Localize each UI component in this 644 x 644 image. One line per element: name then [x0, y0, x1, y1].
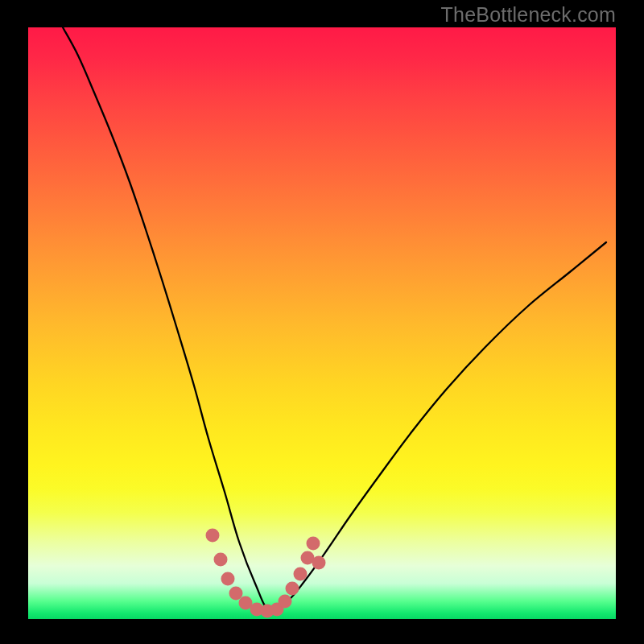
highlight-dot [214, 553, 228, 567]
curve-layer [0, 0, 644, 644]
highlight-dot [307, 537, 320, 551]
bottleneck-curve [63, 27, 606, 612]
watermark-text: TheBottleneck.com [441, 3, 616, 27]
highlight-dot [286, 582, 299, 596]
highlight-dot [229, 587, 243, 601]
highlight-dot [312, 556, 326, 570]
highlight-dot [294, 568, 308, 581]
highlight-dot [221, 572, 235, 586]
highlight-dot [279, 595, 292, 609]
chart-frame: TheBottleneck.com [0, 0, 644, 644]
highlight-dot [206, 529, 220, 543]
